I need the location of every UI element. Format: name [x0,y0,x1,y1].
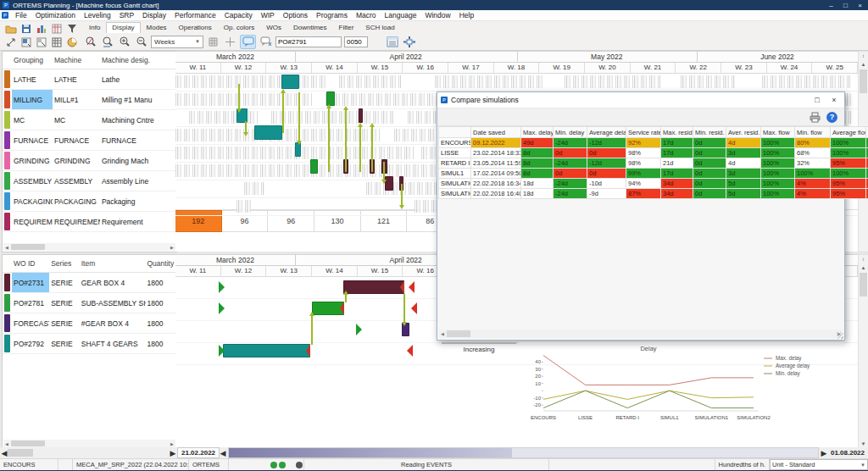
menu-item-programs[interactable]: Programs [312,10,352,20]
sim-value-cell[interactable]: 8d [521,169,554,179]
sim-value-cell[interactable]: 98% [626,158,661,169]
dialog-title-bar[interactable]: P Compare simulations □ × [437,92,844,108]
machine-table-row[interactable]: FURNACEFURNACEFURNACE [3,130,176,151]
dialog-resize-grip[interactable] [837,332,843,339]
machine-table-row[interactable]: GRINDINGGRINDINGGrinding Mach [3,151,176,171]
sim-value-cell[interactable]: 22.02.2018 16:40 [471,189,521,199]
scroll-left-icon[interactable]: ◀ [3,245,10,250]
machine-grouping-cell[interactable]: MC [12,110,53,130]
machine-grouping-cell[interactable]: GRINDING [12,151,53,170]
timeline-scrollbar[interactable] [228,447,819,458]
sim-column-header[interactable]: Average delay [587,127,626,138]
period-select[interactable]: Weeks ▼ [151,36,203,48]
sim-column-header[interactable]: Aver. resid. [726,127,761,138]
operation-block[interactable] [359,108,363,123]
sim-value-cell[interactable]: 100% [761,148,795,158]
wo-item-cell[interactable]: #GEAR BOX 4 [80,313,146,333]
week-header[interactable]: W. 12 [221,63,267,73]
zoom-reset-icon[interactable] [83,36,97,48]
fit-diagonal-icon[interactable] [3,36,18,49]
menu-item-language[interactable]: Language [381,10,421,20]
sim-value-cell[interactable]: 4% [795,189,831,199]
sim-name-cell[interactable]: SIMUL1 [439,169,471,179]
machine-desig-cell[interactable]: FURNACE [100,130,176,150]
wo-bar[interactable] [343,280,404,294]
machine-name-cell[interactable]: PACKAGING [53,191,100,211]
week-header[interactable]: W. 13 [266,63,312,73]
tab-modes[interactable]: Modes [141,22,173,33]
sim-column-header[interactable]: Max. resid. [661,127,693,138]
help-icon[interactable]: ? [826,112,837,123]
sim-table-row[interactable]: SIMULATION122.02.2018 16:3418d-24d-10d94… [439,179,868,189]
operation-block[interactable] [281,75,299,89]
sim-name-cell[interactable]: SIMULATION2 [439,189,471,199]
machine-table-row[interactable]: ASSEMBLYASSEMBLYAssembly Line [3,171,176,191]
machine-gantt-row[interactable] [175,74,858,91]
sim-value-cell[interactable]: 21d [661,158,693,169]
open-icon[interactable] [3,22,18,35]
scroll-right-icon[interactable]: ▶ [169,441,175,446]
menu-item-wip[interactable]: WIP [257,10,279,20]
sim-column-header[interactable]: Service rate [626,127,661,138]
wo-qty-cell[interactable]: 1800 [146,334,177,353]
tab-op-colors[interactable]: Op. colors [218,22,260,33]
sim-value-cell[interactable]: -9d [587,189,626,199]
bottom-gantt-vscrollbar[interactable]: ↕▲ ▼ [858,254,868,449]
sim-value-cell[interactable]: 100% [761,138,795,148]
column-header[interactable]: Quantity [146,259,177,268]
machine-grouping-cell[interactable]: ASSEMBLY [12,171,53,191]
machine-desig-cell[interactable]: Packaging [100,191,176,211]
tab-downtimes[interactable]: Downtimes [287,22,333,33]
menu-item-window[interactable]: Window [420,10,454,20]
sim-value-cell[interactable]: 18d [521,189,554,199]
print-icon[interactable] [809,112,821,123]
sim-name-cell[interactable]: RETARD I [439,158,471,169]
wo-bar[interactable] [223,344,311,357]
tab-info[interactable]: Info [83,22,106,33]
fit-window-icon[interactable] [34,36,48,49]
sim-value-cell[interactable]: 0d [587,148,626,158]
sim-value-cell[interactable]: 23.02.2014 18:33 [471,148,521,158]
machine-grouping-cell[interactable]: MILLING [12,90,53,109]
sim-value-cell[interactable]: -12d [587,158,626,169]
scroll-right-icon[interactable]: ▶ [821,449,827,457]
sim-value-cell[interactable]: 3d [726,148,761,158]
metric-listbox[interactable]: DelayService rateResidenceFlowWO average… [442,342,516,344]
sim-column-header[interactable]: Min. delay [554,127,587,138]
machine-table-row[interactable]: MCMCMachining Cntre [3,110,176,130]
sim-value-cell[interactable]: 0d [693,189,726,199]
machine-name-cell[interactable]: LATHE [53,69,100,89]
sim-value-cell[interactable]: 5d [726,189,761,199]
sim-value-cell[interactable]: 17d [661,169,693,179]
week-header[interactable]: W. 14 [312,63,358,73]
close-button[interactable]: × [854,1,865,10]
machine-desig-cell[interactable]: Grinding Mach [100,151,176,170]
filter-icon[interactable] [64,22,79,35]
sim-value-cell[interactable]: 8d [521,158,554,169]
sim-value-cell[interactable]: 0d [693,169,726,179]
simulation-comparison-table[interactable]: Date savedMax. delayMin. delayAverage de… [438,126,868,199]
sim-table-row[interactable]: ENCOURS09.12.202249d-24d-12d92%17d0d4d10… [439,138,868,148]
menu-item-srp[interactable]: SRP [115,10,138,20]
column-header[interactable]: Series [49,259,80,268]
sim-value-cell[interactable]: 100% [831,138,866,148]
scroll-left-icon[interactable]: ◀ [1,449,8,457]
machine-table-row[interactable]: MILLINGMILL#1Milling #1 Manu [3,90,176,110]
sim-name-cell[interactable]: SIMULATION1 [439,179,471,189]
machine-name-cell[interactable]: GRINDING [53,151,100,170]
week-header[interactable]: W. 11 [175,266,221,276]
week-header[interactable]: W. 25 [812,63,858,73]
tab-operations[interactable]: Operations [173,22,218,33]
sim-table-row[interactable]: LISSE23.02.2014 18:338d0d0d98%17d0d3d100… [439,148,868,158]
week-header[interactable]: W. 15 [358,266,403,276]
sim-value-cell[interactable]: 34d [661,179,693,189]
sim-value-cell[interactable]: 23.05.2014 11:59 [471,158,521,169]
menu-item-capacity[interactable]: Capacity [220,10,257,20]
menu-item-leveling[interactable]: Leveling [80,10,115,20]
sim-value-cell[interactable]: -24d [554,179,587,189]
wo-series-cell[interactable]: SERIE [49,293,80,313]
sim-value-cell[interactable]: 4d [726,158,761,169]
sim-value-cell[interactable]: 8d [521,148,554,158]
sim-value-cell[interactable]: 80% [795,138,831,148]
sim-value-cell[interactable]: 100% [761,169,795,179]
